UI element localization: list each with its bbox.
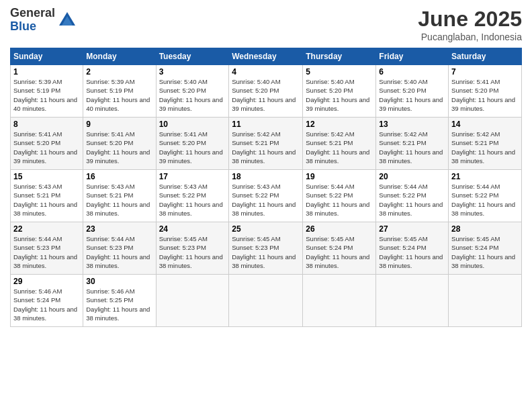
- day-cell: [229, 275, 303, 327]
- day-number: 20: [379, 172, 445, 181]
- day-info: Sunrise: 5:41 AM Sunset: 5:20 PM Dayligh…: [86, 130, 152, 165]
- day-number: 4: [232, 67, 300, 77]
- day-cell: 12 Sunrise: 5:42 AM Sunset: 5:21 PM Dayl…: [303, 118, 376, 170]
- day-info: Sunrise: 5:40 AM Sunset: 5:20 PM Dayligh…: [306, 77, 373, 113]
- day-cell: 8 Sunrise: 5:41 AM Sunset: 5:20 PM Dayli…: [11, 118, 83, 170]
- day-number: 19: [306, 172, 373, 181]
- col-friday: Friday: [376, 48, 449, 65]
- logo-blue: Blue: [10, 20, 55, 34]
- header: General Blue June 2025 Pucanglaban, Indo…: [10, 7, 522, 42]
- day-number: 11: [232, 120, 300, 129]
- day-cell: 28 Sunrise: 5:45 AM Sunset: 5:24 PM Dayl…: [449, 222, 522, 275]
- day-info: Sunrise: 5:39 AM Sunset: 5:19 PM Dayligh…: [13, 77, 80, 113]
- day-info: Sunrise: 5:41 AM Sunset: 5:20 PM Dayligh…: [13, 130, 80, 165]
- day-number: 21: [451, 172, 519, 181]
- day-number: 18: [232, 172, 300, 181]
- col-monday: Monday: [83, 48, 156, 65]
- day-cell: 3 Sunrise: 5:40 AM Sunset: 5:20 PM Dayli…: [156, 65, 229, 118]
- day-cell: 30 Sunrise: 5:46 AM Sunset: 5:25 PM Dayl…: [83, 275, 156, 327]
- day-info: Sunrise: 5:42 AM Sunset: 5:21 PM Dayligh…: [451, 130, 519, 165]
- day-cell: 26 Sunrise: 5:45 AM Sunset: 5:24 PM Dayl…: [303, 222, 376, 275]
- day-info: Sunrise: 5:41 AM Sunset: 5:20 PM Dayligh…: [159, 130, 226, 165]
- day-cell: 16 Sunrise: 5:43 AM Sunset: 5:21 PM Dayl…: [83, 170, 156, 222]
- day-info: Sunrise: 5:45 AM Sunset: 5:24 PM Dayligh…: [379, 234, 445, 270]
- day-info: Sunrise: 5:46 AM Sunset: 5:25 PM Dayligh…: [86, 287, 152, 322]
- day-number: 28: [451, 224, 519, 234]
- day-info: Sunrise: 5:45 AM Sunset: 5:23 PM Dayligh…: [159, 234, 226, 270]
- location: Pucanglaban, Indonesia: [418, 32, 522, 42]
- month-title: June 2025: [418, 7, 522, 32]
- day-cell: 2 Sunrise: 5:39 AM Sunset: 5:19 PM Dayli…: [83, 65, 156, 118]
- day-info: Sunrise: 5:46 AM Sunset: 5:24 PM Dayligh…: [13, 287, 80, 322]
- day-number: 2: [86, 67, 152, 77]
- day-cell: [376, 275, 449, 327]
- day-info: Sunrise: 5:43 AM Sunset: 5:21 PM Dayligh…: [86, 182, 152, 218]
- header-row: Sunday Monday Tuesday Wednesday Thursday…: [11, 48, 522, 65]
- logo-general: General: [10, 7, 55, 20]
- day-number: 6: [379, 67, 445, 77]
- col-thursday: Thursday: [303, 48, 376, 65]
- day-cell: 18 Sunrise: 5:43 AM Sunset: 5:22 PM Dayl…: [229, 170, 303, 222]
- col-saturday: Saturday: [449, 48, 522, 65]
- day-info: Sunrise: 5:40 AM Sunset: 5:20 PM Dayligh…: [232, 77, 300, 113]
- col-sunday: Sunday: [11, 48, 83, 65]
- day-number: 5: [306, 67, 373, 77]
- day-info: Sunrise: 5:43 AM Sunset: 5:22 PM Dayligh…: [232, 182, 300, 218]
- day-number: 1: [13, 67, 80, 77]
- day-number: 7: [451, 67, 519, 77]
- day-cell: 23 Sunrise: 5:44 AM Sunset: 5:23 PM Dayl…: [83, 222, 156, 275]
- day-cell: 29 Sunrise: 5:46 AM Sunset: 5:24 PM Dayl…: [11, 275, 83, 327]
- day-cell: 10 Sunrise: 5:41 AM Sunset: 5:20 PM Dayl…: [156, 118, 229, 170]
- day-cell: 5 Sunrise: 5:40 AM Sunset: 5:20 PM Dayli…: [303, 65, 376, 118]
- day-cell: 21 Sunrise: 5:44 AM Sunset: 5:22 PM Dayl…: [449, 170, 522, 222]
- day-number: 10: [159, 120, 226, 129]
- day-number: 8: [13, 120, 80, 129]
- day-cell: 13 Sunrise: 5:42 AM Sunset: 5:21 PM Dayl…: [376, 118, 449, 170]
- day-number: 24: [159, 224, 226, 234]
- day-info: Sunrise: 5:39 AM Sunset: 5:19 PM Dayligh…: [86, 77, 152, 113]
- day-number: 13: [379, 120, 445, 129]
- day-info: Sunrise: 5:40 AM Sunset: 5:20 PM Dayligh…: [379, 77, 445, 113]
- day-info: Sunrise: 5:41 AM Sunset: 5:20 PM Dayligh…: [451, 77, 519, 113]
- day-number: 16: [86, 172, 152, 181]
- day-number: 15: [13, 172, 80, 181]
- day-cell: 9 Sunrise: 5:41 AM Sunset: 5:20 PM Dayli…: [83, 118, 156, 170]
- week-row-1: 1 Sunrise: 5:39 AM Sunset: 5:19 PM Dayli…: [11, 65, 522, 118]
- day-number: 3: [159, 67, 226, 77]
- day-cell: 1 Sunrise: 5:39 AM Sunset: 5:19 PM Dayli…: [11, 65, 83, 118]
- day-cell: 15 Sunrise: 5:43 AM Sunset: 5:21 PM Dayl…: [11, 170, 83, 222]
- day-number: 23: [86, 224, 152, 234]
- day-info: Sunrise: 5:44 AM Sunset: 5:22 PM Dayligh…: [306, 182, 373, 218]
- day-cell: [303, 275, 376, 327]
- day-number: 27: [379, 224, 445, 234]
- day-number: 17: [159, 172, 226, 181]
- day-info: Sunrise: 5:45 AM Sunset: 5:24 PM Dayligh…: [451, 234, 519, 270]
- day-info: Sunrise: 5:44 AM Sunset: 5:22 PM Dayligh…: [451, 182, 519, 218]
- day-info: Sunrise: 5:45 AM Sunset: 5:24 PM Dayligh…: [306, 234, 373, 270]
- day-cell: 17 Sunrise: 5:43 AM Sunset: 5:22 PM Dayl…: [156, 170, 229, 222]
- day-number: 12: [306, 120, 373, 129]
- day-number: 22: [13, 224, 80, 234]
- day-number: 25: [232, 224, 300, 234]
- day-info: Sunrise: 5:44 AM Sunset: 5:23 PM Dayligh…: [13, 234, 80, 270]
- day-number: 26: [306, 224, 373, 234]
- day-cell: [156, 275, 229, 327]
- day-info: Sunrise: 5:42 AM Sunset: 5:21 PM Dayligh…: [232, 130, 300, 165]
- day-cell: 20 Sunrise: 5:44 AM Sunset: 5:22 PM Dayl…: [376, 170, 449, 222]
- day-number: 30: [86, 277, 152, 286]
- day-number: 29: [13, 277, 80, 286]
- col-tuesday: Tuesday: [156, 48, 229, 65]
- week-row-4: 22 Sunrise: 5:44 AM Sunset: 5:23 PM Dayl…: [11, 222, 522, 275]
- col-wednesday: Wednesday: [229, 48, 303, 65]
- week-row-3: 15 Sunrise: 5:43 AM Sunset: 5:21 PM Dayl…: [11, 170, 522, 222]
- day-number: 14: [451, 120, 519, 129]
- day-cell: 11 Sunrise: 5:42 AM Sunset: 5:21 PM Dayl…: [229, 118, 303, 170]
- day-cell: 4 Sunrise: 5:40 AM Sunset: 5:20 PM Dayli…: [229, 65, 303, 118]
- week-row-5: 29 Sunrise: 5:46 AM Sunset: 5:24 PM Dayl…: [11, 275, 522, 327]
- day-cell: 22 Sunrise: 5:44 AM Sunset: 5:23 PM Dayl…: [11, 222, 83, 275]
- day-number: 9: [86, 120, 152, 129]
- day-info: Sunrise: 5:40 AM Sunset: 5:20 PM Dayligh…: [159, 77, 226, 113]
- day-cell: 14 Sunrise: 5:42 AM Sunset: 5:21 PM Dayl…: [449, 118, 522, 170]
- day-cell: 19 Sunrise: 5:44 AM Sunset: 5:22 PM Dayl…: [303, 170, 376, 222]
- title-block: June 2025 Pucanglaban, Indonesia: [418, 7, 522, 42]
